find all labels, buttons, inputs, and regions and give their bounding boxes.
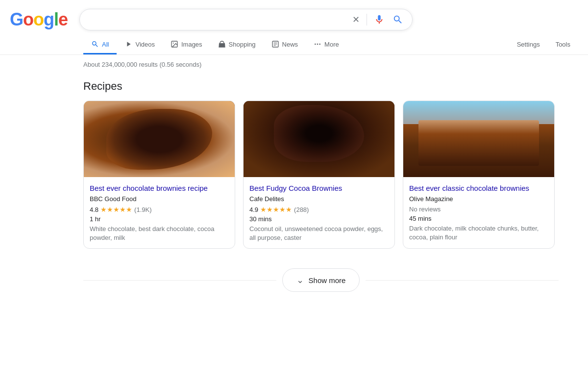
show-more-button[interactable]: ⌄ Show more — [282, 268, 360, 292]
svg-point-7 — [317, 44, 318, 45]
svg-point-6 — [315, 44, 316, 45]
review-count-2: (288) — [294, 206, 309, 213]
recipe-rating-2: 4.9 ★★★★★ (288) — [249, 206, 389, 213]
recipe-time-2: 30 mins — [249, 215, 389, 223]
recipe-rating-1: 4.8 ★★★★★ (1.9K) — [90, 206, 229, 213]
recipe-source-1: BBC Good Food — [90, 195, 229, 203]
nav-right: Settings Tools — [509, 36, 578, 54]
search-bar-icons: ✕ — [351, 13, 404, 26]
recipe-time-3: 45 mins — [409, 215, 548, 222]
recipe-info-2: Best Fudgy Cocoa Brownies Cafe Delites 4… — [244, 177, 394, 248]
nav-news[interactable]: News — [264, 35, 306, 54]
mic-icon — [374, 14, 385, 25]
recipes-section: Recipes Best ever chocolate brownies rec… — [0, 72, 568, 257]
chevron-down-icon: ⌄ — [296, 275, 304, 285]
recipe-title-1: Best ever chocolate brownies recipe — [90, 183, 229, 193]
show-more-right-line — [366, 280, 559, 281]
nav-tools-label: Tools — [556, 41, 570, 48]
recipe-rating-3: No reviews — [409, 206, 548, 213]
recipe-image-1 — [84, 101, 235, 177]
recipe-card-2[interactable]: Best Fudgy Cocoa Brownies Cafe Delites 4… — [243, 101, 395, 249]
results-count: About 234,000,000 results (0.56 seconds) — [83, 61, 201, 68]
review-count-3: No reviews — [409, 206, 441, 213]
recipe-cards: Best ever chocolate brownies recipe BBC … — [83, 101, 559, 249]
nav-videos[interactable]: Videos — [117, 35, 163, 54]
recipe-ingredients-1: White chocolate, best dark chocolate, co… — [90, 225, 229, 242]
news-icon — [271, 40, 279, 48]
nav-images-label: Images — [181, 41, 202, 48]
logo-e: e — [58, 9, 68, 29]
shopping-icon — [218, 40, 226, 48]
google-logo: Google — [10, 9, 68, 30]
clear-button[interactable]: ✕ — [351, 13, 361, 26]
navbar: All Videos Images Shopping News More Set… — [0, 35, 588, 55]
nav-more[interactable]: More — [306, 35, 347, 54]
show-more-left-line — [83, 280, 276, 281]
nav-settings[interactable]: Settings — [509, 36, 548, 54]
nav-shopping[interactable]: Shopping — [210, 35, 264, 54]
nav-settings-label: Settings — [517, 41, 540, 48]
logo-g1: G — [10, 9, 23, 29]
results-info: About 234,000,000 results (0.56 seconds) — [0, 55, 588, 72]
nav-tools[interactable]: Tools — [548, 36, 578, 54]
recipe-info-1: Best ever chocolate brownies recipe BBC … — [84, 177, 235, 248]
recipe-card-1[interactable]: Best ever chocolate brownies recipe BBC … — [83, 101, 235, 249]
rating-value-1: 4.8 — [90, 206, 98, 213]
recipe-source-2: Cafe Delites — [249, 195, 389, 203]
logo-g2: g — [44, 9, 54, 29]
stars-1: ★★★★★ — [100, 206, 132, 213]
logo-o1: o — [23, 9, 33, 29]
show-more-wrapper: ⌄ Show more — [0, 257, 568, 304]
show-more-label: Show more — [309, 276, 346, 285]
recipes-title: Recipes — [83, 80, 559, 93]
recipe-title-2: Best Fudgy Cocoa Brownies — [249, 183, 389, 193]
header: Google brownie recipe ✕ — [0, 0, 588, 35]
recipe-time-1: 1 hr — [90, 215, 229, 223]
svg-point-8 — [319, 44, 320, 45]
video-icon — [124, 40, 132, 48]
recipe-ingredients-3: Dark chocolate, milk chocolate chunks, b… — [409, 224, 548, 242]
logo-o2: o — [33, 9, 44, 29]
nav-more-label: More — [324, 41, 339, 48]
nav-all-label: All — [102, 41, 109, 48]
stars-2: ★★★★★ — [260, 206, 292, 213]
logo-l: l — [54, 9, 58, 29]
recipe-image-2 — [244, 101, 394, 177]
search-bar: brownie recipe ✕ — [79, 9, 413, 30]
voice-search-button[interactable] — [373, 13, 386, 26]
dots-icon — [314, 40, 321, 48]
nav-shopping-label: Shopping — [229, 41, 256, 48]
image-icon — [171, 40, 178, 48]
recipe-info-3: Best ever classic chocolate brownies Oli… — [403, 177, 554, 248]
rating-value-2: 4.9 — [249, 206, 258, 213]
google-search-button[interactable] — [392, 13, 404, 26]
recipe-ingredients-2: Coconut oil, unsweetened cocoa powder, e… — [249, 225, 389, 242]
recipe-card-3[interactable]: Best ever classic chocolate brownies Oli… — [403, 101, 555, 249]
nav-images[interactable]: Images — [163, 35, 210, 54]
divider — [367, 14, 367, 26]
search-input[interactable]: brownie recipe — [88, 15, 346, 25]
search-icon — [392, 14, 403, 25]
nav-news-label: News — [282, 41, 298, 48]
search-small-icon — [91, 40, 99, 48]
recipe-source-3: Olive Magazine — [409, 195, 548, 203]
svg-point-1 — [173, 43, 174, 44]
nav-all[interactable]: All — [83, 35, 117, 54]
recipe-image-3 — [403, 101, 554, 177]
review-count-1: (1.9K) — [134, 206, 151, 213]
nav-videos-label: Videos — [135, 41, 155, 48]
recipe-title-3: Best ever classic chocolate brownies — [409, 183, 548, 193]
